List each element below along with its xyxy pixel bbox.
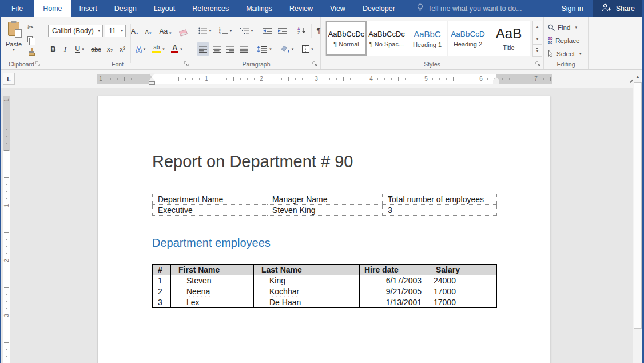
replace-button[interactable]: ab ac Replace [548,35,579,46]
style-name: ¶ Normal [333,41,359,48]
replace-label: Replace [555,37,579,44]
cell-last-name[interactable]: King [254,275,360,286]
bullets-button[interactable] [196,25,214,37]
strikethrough-button[interactable]: abc [89,42,103,56]
cell-hire-date[interactable]: 1/13/2001 [360,297,428,308]
style-card-title[interactable]: AaB Title [488,21,529,56]
cell-first-name[interactable]: Steven [171,275,254,286]
font-name-select[interactable]: Calibri (Body) ▾ [48,25,103,37]
tab-design[interactable]: Design [106,0,145,17]
cell-last-name[interactable]: Kochhar [254,286,360,297]
paragraph-dialog-launcher[interactable] [312,61,318,67]
style-card-heading1[interactable]: AaBbC Heading 1 [407,21,448,56]
share-button[interactable]: Share [593,0,644,17]
cell-index[interactable]: 3 [153,297,171,308]
font-size-select[interactable]: 11 ▾ [105,25,126,37]
cell-index[interactable]: 1 [153,275,171,286]
italic-button[interactable]: I [60,42,70,56]
cell-first-name[interactable]: Lex [171,297,254,308]
style-card-no-spacing[interactable]: AaBbCcDc ¶ No Spac... [367,21,407,56]
cell-total-employees[interactable]: 3 [383,205,497,216]
styles-dialog-launcher[interactable] [535,61,541,67]
section-heading[interactable]: Department employees [152,236,271,250]
decrease-indent-button[interactable] [261,25,275,37]
cut-button[interactable]: ✂ [27,22,41,33]
highlight-color-button[interactable]: ab [150,42,167,56]
scrollbar-thumb[interactable] [634,82,642,329]
header-cell[interactable]: Department Name [153,194,267,205]
clipboard-dialog-launcher[interactable] [35,61,41,67]
text-effects-button[interactable]: A [133,42,149,56]
shrink-font-button[interactable]: A▾ [142,25,154,37]
tab-insert[interactable]: Insert [71,0,106,17]
tab-home[interactable]: Home [34,0,70,17]
header-cell[interactable]: Total number of employees [383,194,497,205]
cell-index[interactable]: 2 [153,286,171,297]
cell-hire-date[interactable]: 9/21/2005 [360,286,428,297]
font-color-button[interactable]: A [169,42,185,56]
align-right-button[interactable] [224,42,237,56]
cell-salary[interactable]: 17000 [428,286,497,297]
underline-button[interactable]: U [71,42,88,56]
multilevel-list-button[interactable] [237,25,256,37]
superscript-button[interactable]: x² [117,42,128,56]
tab-layout[interactable]: Layout [145,0,184,17]
style-card-heading2[interactable]: AaBbCcD Heading 2 [448,21,488,56]
header-cell[interactable]: Salary [428,265,497,275]
align-left-button[interactable] [197,42,209,56]
header-cell[interactable]: Hire date [360,265,428,275]
copy-button[interactable] [27,34,41,45]
tab-mailings[interactable]: Mailings [237,0,281,17]
tab-view[interactable]: View [321,0,354,17]
bold-button[interactable]: B [48,42,58,56]
styles-scroll-up-button[interactable]: ▴ [532,21,542,33]
department-summary-table[interactable]: Department Name Manager Name Total numbe… [152,194,497,216]
tab-review[interactable]: Review [281,0,321,17]
subscript-button[interactable]: x₂ [104,42,116,56]
line-spacing-button[interactable] [255,42,273,56]
shading-button[interactable] [278,42,296,56]
left-indent-marker[interactable] [149,81,155,85]
cell-manager-name[interactable]: Steven King [267,205,383,216]
paste-button[interactable]: Paste ▾ [2,20,25,60]
sort-button[interactable]: AZ [294,25,309,37]
sign-in-button[interactable]: Sign in [552,0,592,17]
document-page[interactable]: Report on Department # 90 Department Nam… [97,96,550,363]
clear-formatting-button[interactable] [177,25,189,37]
cell-last-name[interactable]: De Haan [254,297,360,308]
header-cell[interactable]: Last Name [254,265,360,275]
tell-me-box[interactable]: Tell me what you want to do... [416,0,522,17]
cell-department-name[interactable]: Executive [153,205,267,216]
document-title[interactable]: Report on Department # 90 [152,152,353,171]
cell-salary[interactable]: 17000 [428,297,497,308]
tab-developer[interactable]: Developer [354,0,404,17]
select-button[interactable]: Select [548,48,581,59]
employees-table[interactable]: # First Name Last Name Hire date Salary … [152,264,497,308]
styles-more-button[interactable]: ▾ [532,44,542,57]
change-case-button[interactable]: Aa [157,25,174,37]
paragraph-group-label: Paragraph [192,61,320,68]
vertical-scrollbar[interactable]: ▲ [633,71,642,363]
cell-first-name[interactable]: Neena [171,286,254,297]
justify-button[interactable] [238,42,251,56]
styles-scroll-down-button[interactable]: ▾ [532,33,542,45]
borders-button[interactable] [299,42,317,56]
header-cell[interactable]: First Name [171,265,254,275]
align-center-button[interactable] [210,42,223,56]
tell-me-text: Tell me what you want to do... [428,5,522,13]
header-cell[interactable]: Manager Name [267,194,383,205]
tab-file[interactable]: File [0,0,34,17]
increase-indent-button[interactable] [276,25,289,37]
find-button[interactable]: Find [548,22,577,33]
font-dialog-launcher[interactable] [184,61,189,67]
tab-references[interactable]: References [184,0,237,17]
cell-hire-date[interactable]: 6/17/2003 [360,275,428,286]
cell-salary[interactable]: 24000 [428,275,497,286]
word-window: File Home Insert Design Layout Reference… [0,0,644,363]
scroll-up-button[interactable]: ▲ [633,71,642,81]
paste-dropdown-arrow[interactable]: ▾ [13,48,15,52]
header-cell[interactable]: # [153,265,171,275]
format-painter-button[interactable] [27,46,41,57]
numbering-button[interactable]: 123 [216,25,234,37]
style-card-normal[interactable]: AaBbCcDc ¶ Normal [326,21,367,56]
